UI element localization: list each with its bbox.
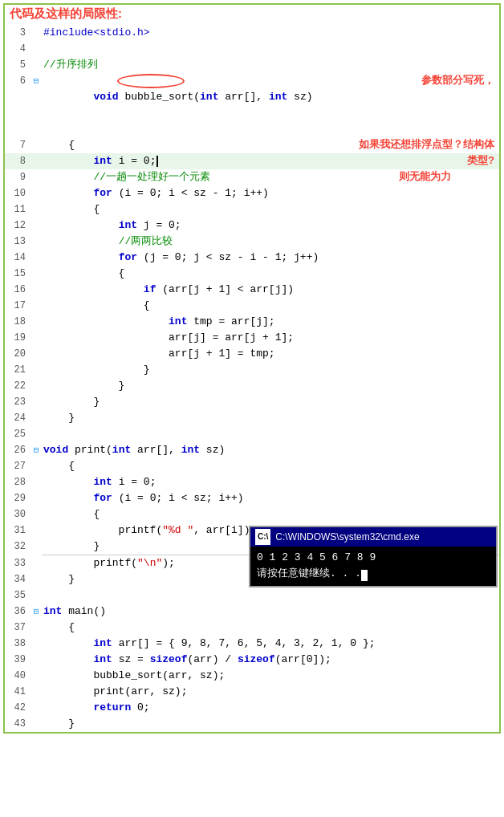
code-line-7: 7 { 如果我还想排浮点型？结构体 — [5, 137, 499, 153]
code-line-36: 36 ⊟ int main() — [5, 604, 499, 620]
code-line-15: 15 { — [5, 266, 499, 282]
cmd-title-bar: C:\ C:\WINDOWS\system32\cmd.exe — [250, 527, 496, 547]
code-line-22: 22 } — [5, 378, 499, 394]
code-line-16: 16 if (arr[j + 1] < arr[j]) — [5, 282, 499, 298]
code-line-9: 9 //一趟一处理好一个元素 则无能为力 — [5, 169, 499, 185]
code-line-6: 6 ⊟ void bubble_sort(int arr[], int sz) … — [5, 73, 499, 137]
code-line-42: 42 return 0; — [5, 700, 499, 716]
code-line-39: 39 int sz = sizeof(arr) / sizeof(arr[0])… — [5, 652, 499, 668]
code-line-41: 41 print(arr, sz); — [5, 684, 499, 700]
code-line-19: 19 arr[j] = arr[j + 1]; — [5, 330, 499, 346]
code-line-35: 35 — [5, 587, 499, 604]
code-line-30: 30 { — [5, 506, 499, 522]
code-line-25: 25 — [5, 426, 499, 442]
cmd-title-text: C:\WINDOWS\system32\cmd.exe — [275, 529, 419, 545]
code-line-4: 4 — [5, 41, 499, 57]
code-line-27: 27 { — [5, 458, 499, 474]
code-line-11: 11 { — [5, 201, 499, 217]
annotation-powerless: 则无能为力 — [399, 169, 451, 185]
code-line-17: 17 { — [5, 298, 499, 314]
cmd-window: C:\ C:\WINDOWS\system32\cmd.exe 0 1 2 3 … — [249, 526, 498, 587]
code-line-3: 3 #include<stdio.h> — [5, 25, 499, 41]
code-line-8: 8 int i = 0; 类型? — [5, 153, 499, 169]
code-area: 3 #include<stdio.h> 4 5 //升序排列 6 ⊟ void … — [5, 25, 499, 732]
code-line-43: 43 } — [5, 716, 499, 732]
page-title: 代码及这样的局限性: — [10, 6, 122, 20]
cmd-body: 0 1 2 3 4 5 6 7 8 9 请按任意键继续. . . — [250, 547, 496, 586]
code-line-5: 5 //升序排列 — [5, 57, 499, 73]
code-line-20: 20 arr[j + 1] = tmp; — [5, 346, 499, 362]
code-line-38: 38 int arr[] = { 9, 8, 7, 6, 5, 4, 3, 2,… — [5, 636, 499, 652]
cmd-prompt-line: 请按任意键继续. . . — [257, 566, 490, 582]
annotation-param: 参数部分写死， — [421, 73, 494, 89]
title-bar: 代码及这样的局限性: — [5, 5, 499, 25]
code-line-29: 29 for (i = 0; i < sz; i++) — [5, 490, 499, 506]
code-line-21: 21 } — [5, 362, 499, 378]
code-line-10: 10 for (i = 0; i < sz - 1; i++) — [5, 185, 499, 201]
code-line-23: 23 } — [5, 394, 499, 410]
code-line-31: 31 printf("%d ", arr[i]); C:\ C:\WINDOWS… — [5, 522, 499, 539]
code-line-40: 40 bubble_sort(arr, sz); — [5, 668, 499, 684]
code-line-37: 37 { — [5, 620, 499, 636]
code-line-12: 12 int j = 0; — [5, 217, 499, 234]
code-line-28: 28 int i = 0; — [5, 474, 499, 490]
cmd-output-line: 0 1 2 3 4 5 6 7 8 9 — [257, 550, 490, 566]
annotation-float: 如果我还想排浮点型？结构体 — [359, 137, 494, 153]
code-line-26: 26 ⊟ void print(int arr[], int sz) — [5, 442, 499, 458]
main-container: 代码及这样的局限性: 3 #include<stdio.h> 4 5 //升序排… — [3, 3, 501, 734]
code-line-14: 14 for (j = 0; j < sz - i - 1; j++) — [5, 250, 499, 266]
annotation-type: 类型? — [467, 153, 494, 169]
code-line-18: 18 int tmp = arr[j]; — [5, 314, 499, 330]
cmd-cursor — [361, 570, 368, 581]
code-line-24: 24 } — [5, 410, 499, 426]
code-line-13: 13 //两两比较 — [5, 234, 499, 250]
